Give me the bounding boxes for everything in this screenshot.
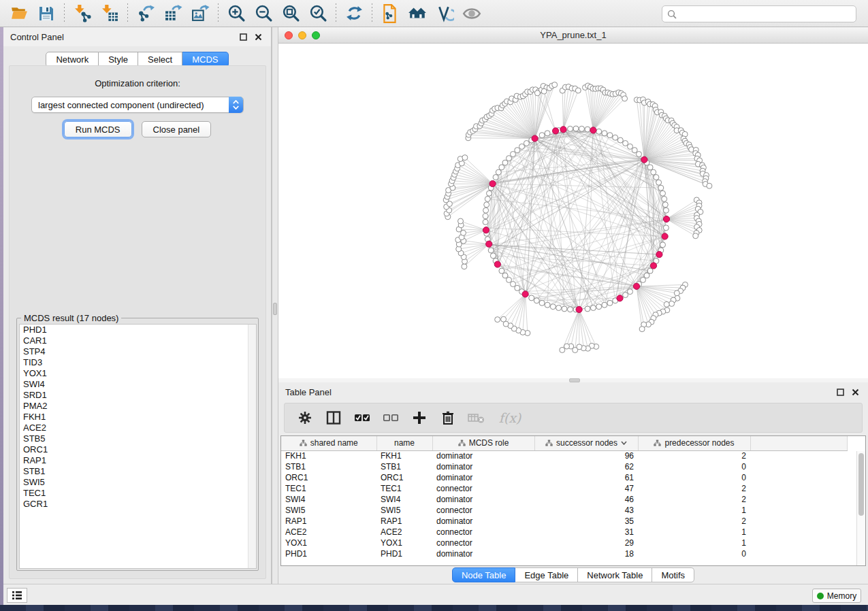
network-node[interactable] (568, 307, 573, 312)
column-header-shared-name[interactable]: shared name (281, 436, 376, 450)
table-row[interactable]: ACE2ACE2connector311 (281, 527, 848, 538)
table-settings-gear-icon[interactable] (294, 407, 316, 429)
mcds-result-item[interactable]: YOX1 (20, 368, 256, 379)
network-node[interactable] (639, 327, 645, 332)
vizmapper-icon[interactable] (431, 2, 458, 25)
table-cell[interactable]: ACE2 (376, 527, 432, 538)
mcds-result-item[interactable]: CAR1 (20, 335, 256, 346)
network-node[interactable] (607, 133, 613, 138)
network-node[interactable] (656, 180, 662, 185)
column-header-successor-nodes[interactable]: successor nodes (534, 436, 638, 450)
table-cell[interactable]: RAP1 (281, 516, 376, 527)
export-image-icon[interactable] (187, 2, 214, 25)
network-node[interactable] (490, 253, 496, 259)
import-network-icon[interactable] (69, 2, 96, 25)
network-node[interactable] (654, 175, 659, 180)
mcds-result-list[interactable]: PHD1CAR1STP4TID3YOX1SWI4SRD1PMA2FKH1ACE2… (19, 324, 257, 569)
network-node[interactable] (524, 141, 529, 146)
network-node[interactable] (613, 135, 618, 140)
network-window-titlebar[interactable]: YPA_prune.txt_1 (278, 27, 868, 44)
zoom-in-icon[interactable] (223, 2, 250, 25)
table-cell[interactable]: ACE2 (281, 527, 376, 538)
network-node[interactable] (663, 208, 669, 213)
network-dominator-node[interactable] (590, 127, 596, 133)
tab-edge-table[interactable]: Edge Table (515, 567, 578, 582)
network-node[interactable] (550, 304, 556, 310)
task-history-button[interactable] (7, 588, 27, 603)
network-node[interactable] (507, 156, 512, 161)
network-node[interactable] (483, 208, 489, 213)
network-node[interactable] (669, 301, 675, 306)
table-cell[interactable]: 2 (638, 516, 750, 527)
network-node[interactable] (641, 277, 646, 282)
zoom-fit-icon[interactable] (277, 2, 304, 25)
network-node[interactable] (501, 316, 507, 322)
network-dominator-node[interactable] (662, 233, 668, 240)
search-field[interactable] (662, 5, 856, 22)
network-node[interactable] (545, 302, 550, 308)
close-panel-icon[interactable] (849, 386, 861, 398)
tab-network-table[interactable]: Network Table (578, 567, 652, 582)
network-node[interactable] (511, 282, 516, 287)
network-node[interactable] (541, 88, 547, 94)
network-node[interactable] (502, 273, 508, 278)
table-row[interactable]: YOX1YOX1connector291 (281, 538, 848, 548)
table-cell[interactable]: TEC1 (281, 483, 376, 494)
network-node[interactable] (623, 141, 628, 146)
network-node[interactable] (556, 306, 562, 311)
table-cell[interactable]: TEC1 (376, 483, 432, 494)
table-cell[interactable]: ORC1 (376, 472, 432, 483)
table-cell[interactable]: YOX1 (376, 538, 432, 548)
table-cell[interactable]: SWI5 (281, 505, 376, 516)
table-cell[interactable]: dominator (432, 450, 534, 461)
network-dominator-node[interactable] (656, 251, 662, 257)
search-input[interactable] (680, 10, 851, 19)
network-node[interactable] (647, 268, 653, 274)
network-node[interactable] (502, 160, 508, 165)
network-node[interactable] (487, 191, 492, 196)
network-node[interactable] (602, 302, 607, 308)
network-node[interactable] (488, 248, 494, 253)
table-cell[interactable]: dominator (432, 548, 534, 559)
network-dominator-node[interactable] (617, 295, 623, 301)
network-node[interactable] (552, 82, 558, 88)
network-node[interactable] (674, 291, 679, 296)
table-cell[interactable]: STB1 (281, 461, 376, 472)
network-node[interactable] (562, 306, 567, 312)
table-cell[interactable]: connector (432, 483, 534, 494)
mcds-result-item[interactable]: STB5 (20, 433, 256, 444)
table-cell[interactable]: connector (432, 538, 534, 548)
network-node[interactable] (658, 185, 664, 191)
network-node[interactable] (617, 137, 623, 143)
table-cell[interactable]: ORC1 (281, 472, 376, 483)
mcds-result-item[interactable]: STP4 (20, 346, 256, 357)
network-node[interactable] (647, 165, 653, 170)
network-node[interactable] (573, 126, 579, 131)
table-cell[interactable]: STB1 (376, 461, 432, 472)
mcds-result-item[interactable]: ORC1 (20, 444, 256, 455)
table-cell[interactable]: PHD1 (376, 548, 432, 559)
network-node[interactable] (662, 202, 668, 208)
network-node[interactable] (560, 347, 565, 352)
network-node[interactable] (651, 169, 656, 175)
network-dominator-node[interactable] (641, 156, 647, 163)
network-dominator-node[interactable] (663, 216, 669, 222)
column-header-predecessor-nodes[interactable]: predecessor nodes (638, 436, 750, 450)
table-cell[interactable]: 61 (534, 472, 638, 483)
table-cell[interactable]: FKH1 (376, 450, 432, 461)
scrollbar-thumb[interactable] (858, 453, 864, 516)
save-session-icon[interactable] (33, 2, 60, 25)
network-node[interactable] (644, 273, 649, 278)
network-node[interactable] (693, 233, 698, 239)
network-node[interactable] (534, 90, 540, 96)
network-node[interactable] (568, 126, 573, 131)
network-node[interactable] (663, 225, 669, 231)
table-cell[interactable]: dominator (432, 516, 534, 527)
network-node[interactable] (483, 219, 488, 225)
network-dominator-node[interactable] (489, 180, 496, 186)
delete-table-icon[interactable] (466, 407, 487, 429)
table-cell[interactable]: SWI5 (376, 505, 432, 516)
table-cell[interactable]: 18 (534, 548, 638, 559)
network-node[interactable] (707, 183, 712, 188)
mcds-result-item[interactable]: RAP1 (20, 455, 256, 466)
